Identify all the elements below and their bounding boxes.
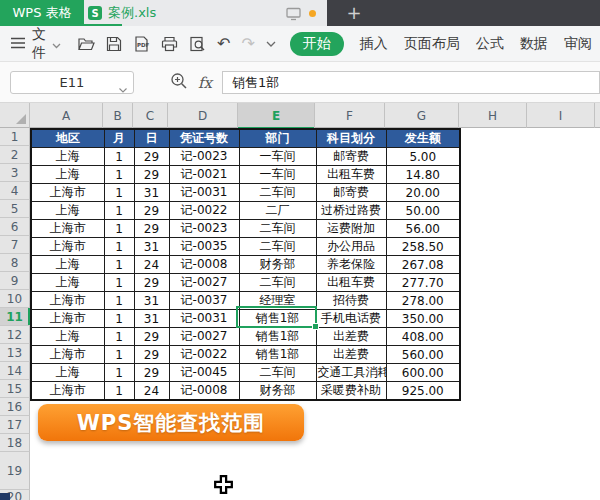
cell[interactable]: 记-0037: [169, 292, 239, 310]
cell[interactable]: 记-0031: [169, 184, 239, 202]
cell[interactable]: 350.00: [386, 310, 460, 328]
cell[interactable]: 1: [104, 382, 134, 401]
column-header-F[interactable]: F: [315, 103, 385, 128]
cell[interactable]: 31: [134, 292, 169, 310]
open-folder-icon[interactable]: [77, 36, 95, 52]
cell[interactable]: 1: [104, 148, 134, 166]
cell[interactable]: 记-0031: [169, 310, 239, 328]
cell[interactable]: 上海: [31, 274, 104, 292]
cell[interactable]: 上海市: [31, 292, 104, 310]
tab-page-layout[interactable]: 页面布局: [404, 35, 460, 53]
cell[interactable]: 上海市: [31, 184, 104, 202]
cell[interactable]: 邮寄费: [316, 184, 386, 202]
cell[interactable]: 31: [134, 310, 169, 328]
document-tab[interactable]: S 案例.xls: [88, 0, 156, 26]
fill-handle[interactable]: [312, 323, 319, 330]
tab-formulas[interactable]: 公式: [476, 35, 504, 53]
tab-review[interactable]: 审阅: [564, 35, 592, 53]
cell[interactable]: 记-0008: [169, 382, 239, 401]
column-header-B[interactable]: B: [103, 103, 133, 128]
row-header-5[interactable]: 5: [0, 200, 30, 218]
column-header-C[interactable]: C: [133, 103, 168, 128]
cell[interactable]: 29: [134, 346, 169, 364]
cell[interactable]: 1: [104, 184, 134, 202]
cell[interactable]: 上海: [31, 166, 104, 184]
cell[interactable]: 925.00: [386, 382, 460, 401]
cell[interactable]: 14.80: [386, 166, 460, 184]
row-header-19[interactable]: 19: [0, 452, 30, 490]
cell[interactable]: 养老保险: [316, 256, 386, 274]
cell[interactable]: 一车间: [239, 148, 316, 166]
cell[interactable]: 记-0035: [169, 238, 239, 256]
row-header-12[interactable]: 12: [0, 326, 30, 344]
tab-insert[interactable]: 插入: [360, 35, 388, 53]
zoom-search-icon[interactable]: [170, 72, 188, 94]
formula-input[interactable]: 销售1部: [222, 71, 600, 94]
row-header-11[interactable]: 11: [0, 308, 30, 326]
cell[interactable]: 二车间: [239, 364, 316, 382]
row-header-7[interactable]: 7: [0, 236, 30, 254]
wps-app-button[interactable]: WPS 表格: [0, 0, 84, 26]
cell[interactable]: 记-0027: [169, 328, 239, 346]
cell[interactable]: 5.00: [386, 148, 460, 166]
table-header-cell[interactable]: 地区: [31, 129, 104, 148]
cell[interactable]: 上海: [31, 364, 104, 382]
cell[interactable]: 二厂: [239, 202, 316, 220]
cell[interactable]: 经理室: [239, 292, 316, 310]
row-header-1[interactable]: 1: [0, 128, 30, 146]
cell[interactable]: 出租车费: [316, 274, 386, 292]
cell[interactable]: 上海市: [31, 220, 104, 238]
row-header-4[interactable]: 4: [0, 182, 30, 200]
wps-smart-find-banner[interactable]: WPS智能查找范围: [38, 404, 304, 441]
cell[interactable]: 上海市: [31, 310, 104, 328]
cell[interactable]: 销售1部: [239, 328, 316, 346]
cell[interactable]: 56.00: [386, 220, 460, 238]
column-header-I[interactable]: I: [527, 103, 595, 128]
row-header-14[interactable]: 14: [0, 362, 30, 380]
cell[interactable]: 记-0021: [169, 166, 239, 184]
tab-home[interactable]: 开始: [290, 32, 344, 56]
select-all-corner[interactable]: [0, 103, 30, 128]
tab-data[interactable]: 数据: [520, 35, 548, 53]
cell[interactable]: 24: [134, 256, 169, 274]
cell[interactable]: 采暖费补助: [316, 382, 386, 401]
row-header-2[interactable]: 2: [0, 146, 30, 164]
cell[interactable]: 手机电话费: [316, 310, 386, 328]
cell[interactable]: 258.50: [386, 238, 460, 256]
cell[interactable]: 销售1部: [239, 346, 316, 364]
row-header-6[interactable]: 6: [0, 218, 30, 236]
row-header-15[interactable]: 15: [0, 380, 30, 398]
cell[interactable]: 31: [134, 184, 169, 202]
cell[interactable]: 出差费: [316, 328, 386, 346]
cell[interactable]: 29: [134, 148, 169, 166]
undo-icon[interactable]: ↶: [217, 36, 230, 52]
cell[interactable]: 600.00: [386, 364, 460, 382]
cell[interactable]: 20.00: [386, 184, 460, 202]
cell[interactable]: 二车间: [239, 274, 316, 292]
cell[interactable]: 销售1部: [239, 310, 316, 328]
cell[interactable]: 上海: [31, 328, 104, 346]
cell[interactable]: 1: [104, 166, 134, 184]
cell[interactable]: 408.00: [386, 328, 460, 346]
cell[interactable]: 1: [104, 292, 134, 310]
new-tab-button[interactable]: +: [344, 0, 364, 24]
cell[interactable]: 29: [134, 328, 169, 346]
cell[interactable]: 1: [104, 274, 134, 292]
cell[interactable]: 560.00: [386, 346, 460, 364]
fx-icon[interactable]: fx: [198, 74, 212, 92]
row-header-16[interactable]: 16: [0, 398, 30, 416]
row-header-13[interactable]: 13: [0, 344, 30, 362]
table-header-cell[interactable]: 凭证号数: [169, 129, 239, 148]
file-chevron-down-icon[interactable]: [52, 36, 61, 52]
table-header-cell[interactable]: 部门: [239, 129, 316, 148]
cell[interactable]: 29: [134, 202, 169, 220]
cell[interactable]: 1: [104, 220, 134, 238]
table-header-cell[interactable]: 发生额: [386, 129, 460, 148]
cell[interactable]: 记-0022: [169, 346, 239, 364]
cell[interactable]: 二车间: [239, 220, 316, 238]
cell[interactable]: 29: [134, 166, 169, 184]
cell[interactable]: 278.00: [386, 292, 460, 310]
column-header-G[interactable]: G: [385, 103, 459, 128]
cell[interactable]: 1: [104, 202, 134, 220]
print-icon[interactable]: [161, 36, 178, 52]
